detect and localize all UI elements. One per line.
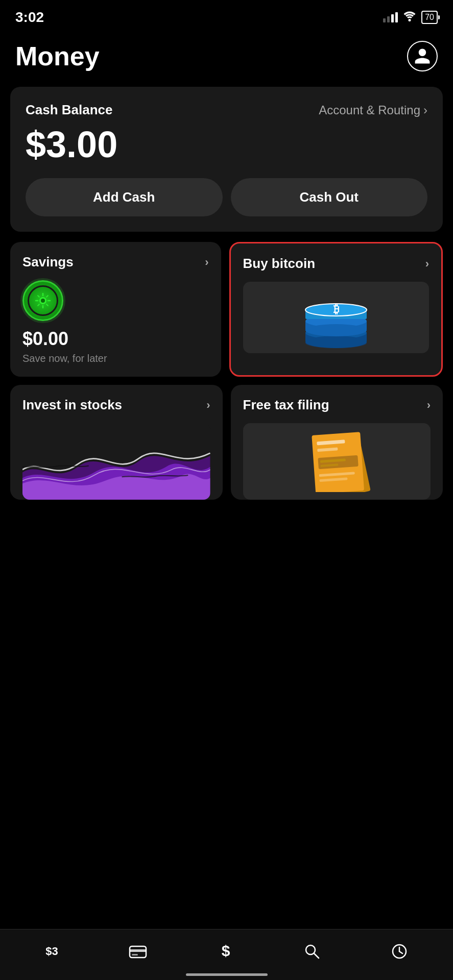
add-cash-button[interactable]: Add Cash <box>26 178 223 216</box>
svg-text:₿: ₿ <box>333 303 339 315</box>
savings-card[interactable]: Savings › <box>10 242 221 377</box>
savings-card-title: Savings › <box>22 254 209 270</box>
cash-out-button[interactable]: Cash Out <box>231 178 428 216</box>
bitcoin-stack-svg: ₿ <box>295 284 377 351</box>
nav-money[interactable]: $3 <box>45 945 58 958</box>
invest-card-title: Invest in stocks › <box>22 397 210 413</box>
svg-text:$: $ <box>221 943 230 959</box>
bitcoin-card[interactable]: Buy bitcoin › <box>229 242 443 377</box>
action-buttons: Add Cash Cash Out <box>26 178 427 216</box>
bitcoin-chevron: › <box>425 257 429 271</box>
search-icon <box>304 943 320 960</box>
card-header: Cash Balance Account & Routing › <box>26 102 427 118</box>
svg-rect-36 <box>130 949 146 952</box>
cash-balance-label: Cash Balance <box>26 102 113 118</box>
svg-point-17 <box>305 324 367 336</box>
wifi-icon <box>403 11 416 24</box>
clock-icon <box>391 943 408 960</box>
tax-chevron: › <box>427 399 431 412</box>
svg-rect-37 <box>132 954 138 955</box>
nav-search[interactable] <box>304 943 320 960</box>
dollar-icon: $ <box>218 943 233 960</box>
tax-card-title: Free tax filing › <box>243 397 431 413</box>
savings-subtitle: Save now, for later <box>22 353 209 364</box>
tax-papers-svg <box>301 431 372 492</box>
nav-card[interactable] <box>129 944 147 959</box>
bitcoin-visual: ₿ <box>243 282 430 353</box>
savings-sun-icon <box>34 291 52 310</box>
savings-amount: $0.00 <box>22 328 209 350</box>
status-time: 3:02 <box>15 9 44 26</box>
svg-line-10 <box>38 304 39 306</box>
account-routing-link[interactable]: Account & Routing › <box>319 103 427 117</box>
bottom-nav: $3 $ <box>0 929 453 980</box>
svg-line-9 <box>46 296 48 297</box>
home-indicator <box>186 973 268 976</box>
grid-row-1: Savings › <box>10 242 443 377</box>
account-routing-text: Account & Routing <box>319 103 420 117</box>
svg-line-40 <box>314 953 319 958</box>
savings-chevron: › <box>205 256 208 269</box>
svg-point-2 <box>41 299 45 303</box>
grid-row-2: Invest in stocks › <box>10 385 443 500</box>
svg-line-8 <box>46 304 48 306</box>
svg-point-0 <box>409 19 411 21</box>
status-icons: 70 <box>383 11 438 24</box>
signal-icon <box>383 12 398 22</box>
profile-button[interactable] <box>407 41 438 71</box>
tax-card[interactable]: Free tax filing › <box>231 385 443 500</box>
savings-icon <box>22 280 63 321</box>
svg-line-7 <box>38 296 39 297</box>
app-header: Money <box>0 31 453 87</box>
balance-amount: $3.00 <box>26 126 427 163</box>
person-icon <box>413 47 432 65</box>
battery-icon: 70 <box>421 11 438 24</box>
invest-wave-svg <box>22 423 210 500</box>
nav-balance-label: $3 <box>45 945 58 958</box>
main-content: Cash Balance Account & Routing › $3.00 A… <box>0 87 453 500</box>
page-title: Money <box>15 41 100 71</box>
card-icon <box>129 944 147 959</box>
nav-history[interactable] <box>391 943 408 960</box>
svg-line-43 <box>399 951 402 953</box>
invest-visual <box>22 423 210 500</box>
bitcoin-card-title: Buy bitcoin › <box>243 256 430 272</box>
cash-balance-card: Cash Balance Account & Routing › $3.00 A… <box>10 87 443 232</box>
status-bar: 3:02 70 <box>0 0 453 31</box>
account-routing-chevron: › <box>423 103 427 117</box>
nav-dollar[interactable]: $ <box>218 943 233 960</box>
invest-card[interactable]: Invest in stocks › <box>10 385 223 500</box>
invest-chevron: › <box>206 399 210 412</box>
tax-visual <box>243 423 431 500</box>
svg-point-14 <box>305 336 367 348</box>
